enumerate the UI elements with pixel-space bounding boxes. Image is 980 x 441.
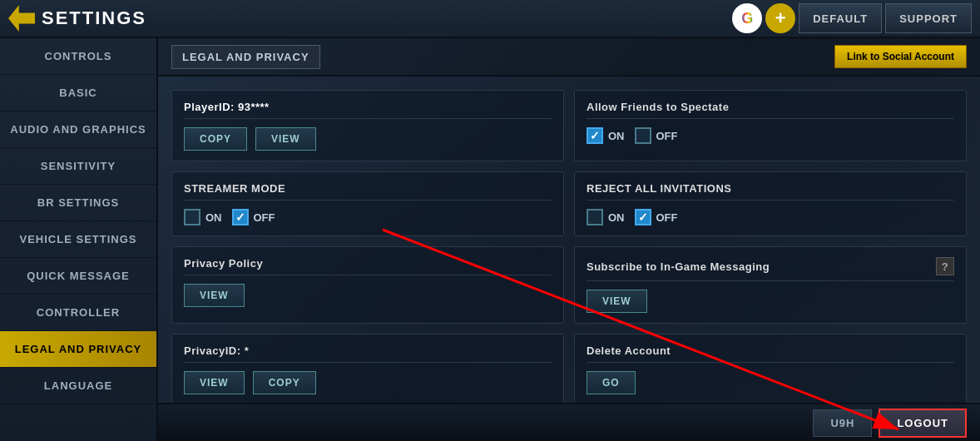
sidebar-item-br-settings[interactable]: BR SETTINGS — [0, 185, 156, 221]
main-layout: CONTROLS BASIC AUDIO AND GRAPHICS SENSIT… — [0, 38, 980, 441]
help-icon[interactable]: ? — [936, 257, 954, 275]
sidebar-item-language[interactable]: LANGUAGE — [0, 368, 156, 404]
allow-friends-section: Allow Friends to Spectate ON OFF — [574, 90, 967, 161]
allow-friends-label: Allow Friends to Spectate — [587, 101, 954, 119]
reject-invitations-toggle: ON OFF — [587, 209, 954, 225]
allow-friends-on-checkbox[interactable] — [587, 127, 603, 144]
sidebar-item-basic[interactable]: BASIC — [0, 75, 156, 111]
go-delete-account-button[interactable]: GO — [587, 371, 636, 394]
reject-invitations-label: REJECT ALL INVITATIONS — [587, 182, 954, 201]
logout-button[interactable]: LOGOUT — [879, 409, 967, 438]
privacy-id-label: PrivacyID: * — [184, 344, 552, 363]
reject-on-checkbox[interactable] — [587, 209, 603, 225]
streamer-mode-toggle: ON OFF — [184, 209, 552, 225]
tab-legal-privacy: LEGAL AND PRIVACY — [171, 45, 320, 69]
player-id-buttons: COPY VIEW — [184, 127, 552, 151]
privacy-policy-label: Privacy Policy — [184, 257, 552, 275]
streamer-on-checkbox[interactable] — [184, 209, 200, 225]
reject-off-checkbox[interactable] — [635, 209, 651, 225]
streamer-off-checkbox[interactable] — [232, 209, 249, 225]
delete-account-buttons: GO — [587, 371, 954, 394]
support-button[interactable]: SUPPORT — [885, 3, 972, 33]
link-social-button[interactable]: Link to Social Account — [834, 45, 967, 68]
reject-off-label: OFF — [656, 211, 678, 224]
streamer-off-label: OFF — [254, 211, 275, 224]
default-button[interactable]: DEFAULT — [799, 3, 882, 33]
view-player-id-button[interactable]: VIEW — [255, 127, 316, 151]
content: LEGAL AND PRIVACY Link to Social Account… — [158, 38, 980, 403]
sidebar-item-controller[interactable]: CONTROLLER — [0, 295, 156, 331]
plus-icon: + — [775, 7, 786, 29]
allow-friends-off: OFF — [635, 127, 678, 144]
reject-invitations-section: REJECT ALL INVITATIONS ON OFF — [574, 171, 967, 236]
subscribe-messaging-section: Subscribe to In-Game Messaging ? VIEW — [574, 246, 967, 324]
copy-player-id-button[interactable]: COPY — [184, 127, 247, 151]
google-button[interactable]: G — [732, 3, 762, 33]
back-arrow-icon — [8, 5, 35, 32]
privacy-policy-section: Privacy Policy VIEW — [171, 246, 564, 324]
sidebar-item-controls[interactable]: CONTROLS — [0, 38, 156, 75]
copy-privacy-id-button[interactable]: COPY — [253, 371, 316, 394]
privacy-policy-buttons: VIEW — [184, 284, 552, 307]
delete-account-section: Delete Account GO — [574, 334, 967, 403]
allow-friends-toggle: ON OFF — [587, 127, 954, 144]
reject-on-label: ON — [608, 211, 625, 224]
delete-account-label: Delete Account — [587, 344, 954, 363]
content-wrapper: LEGAL AND PRIVACY Link to Social Account… — [158, 38, 980, 441]
sidebar: CONTROLS BASIC AUDIO AND GRAPHICS SENSIT… — [0, 38, 158, 441]
u9h-button[interactable]: U9H — [813, 409, 872, 437]
allow-friends-on-label: ON — [608, 130, 625, 142]
streamer-off: OFF — [232, 209, 275, 225]
bottom-bar: U9H LOGOUT — [158, 403, 980, 441]
content-header: LEGAL AND PRIVACY Link to Social Account — [158, 38, 980, 77]
sidebar-item-sensitivity[interactable]: SENSITIVITY — [0, 148, 156, 185]
privacy-id-buttons: VIEW COPY — [184, 371, 552, 394]
sidebar-item-quick-message[interactable]: QUICK MESSAGE — [0, 258, 156, 295]
allow-friends-off-checkbox[interactable] — [635, 127, 651, 144]
google-icon: G — [741, 10, 753, 27]
back-button[interactable]: SETTINGS — [8, 5, 146, 32]
plus-button[interactable]: + — [765, 3, 795, 33]
sidebar-item-legal-privacy[interactable]: LEGAL AND PRIVACY — [0, 331, 156, 368]
streamer-on-label: ON — [205, 211, 222, 224]
player-id-section: PlayerID: 93**** COPY VIEW — [171, 90, 564, 161]
top-bar: SETTINGS G + DEFAULT SUPPORT — [0, 0, 980, 38]
top-bar-right: G + DEFAULT SUPPORT — [732, 3, 972, 33]
sidebar-item-vehicle-settings[interactable]: VEHICLE SETTINGS — [0, 221, 156, 258]
view-privacy-policy-button[interactable]: VIEW — [184, 284, 245, 307]
streamer-on: ON — [184, 209, 222, 225]
reject-off: OFF — [635, 209, 678, 225]
player-id-label: PlayerID: 93**** — [184, 101, 552, 119]
reject-on: ON — [587, 209, 625, 225]
content-body: PlayerID: 93**** COPY VIEW Allow Friends… — [158, 77, 980, 403]
streamer-mode-section: STREAMER MODE ON OFF — [171, 171, 564, 236]
view-privacy-id-button[interactable]: VIEW — [184, 371, 245, 394]
subscribe-messaging-label: Subscribe to In-Game Messaging ? — [587, 257, 954, 281]
sidebar-item-audio-graphics[interactable]: AUDIO AND GRAPHICS — [0, 111, 156, 148]
allow-friends-on: ON — [587, 127, 625, 144]
streamer-mode-label: STREAMER MODE — [184, 182, 552, 201]
privacy-id-section: PrivacyID: * VIEW COPY — [171, 334, 564, 403]
view-messaging-button[interactable]: VIEW — [587, 290, 647, 313]
allow-friends-off-label: OFF — [656, 130, 678, 142]
settings-title: SETTINGS — [42, 7, 146, 29]
subscribe-messaging-buttons: VIEW — [587, 290, 954, 313]
